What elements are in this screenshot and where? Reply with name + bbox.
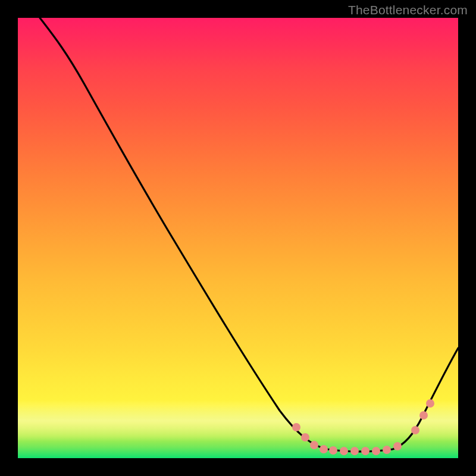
marker-dot xyxy=(372,447,380,455)
marker-dot xyxy=(310,441,318,449)
marker-dot xyxy=(350,447,359,455)
curve-svg xyxy=(18,18,458,458)
marker-dot xyxy=(426,399,434,408)
marker-dot xyxy=(320,445,328,453)
bottleneck-curve-path xyxy=(40,18,458,452)
attribution-text: TheBottlenecker.com xyxy=(348,3,468,17)
marker-dot xyxy=(340,447,348,455)
marker-dot xyxy=(393,442,402,450)
marker-dot xyxy=(361,447,369,455)
marker-dot xyxy=(292,423,300,431)
marker-dot xyxy=(301,433,309,441)
marker-dot xyxy=(329,446,337,455)
marker-dot xyxy=(383,446,391,454)
marker-dot xyxy=(411,426,419,434)
marker-group xyxy=(292,399,434,455)
chart-container: TheBottlenecker.com xyxy=(0,0,476,476)
marker-dot xyxy=(419,411,428,419)
plot-area xyxy=(18,18,458,458)
